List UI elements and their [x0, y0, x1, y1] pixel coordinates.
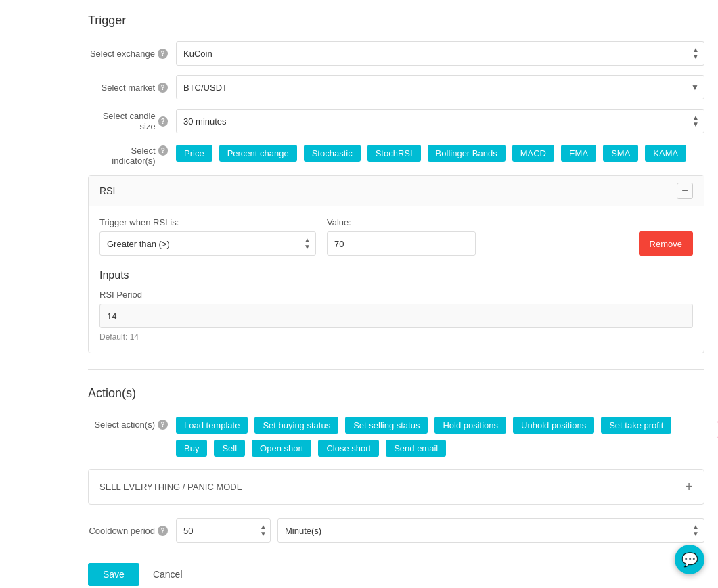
exchange-select[interactable]: KuCoin	[176, 41, 704, 66]
actions-label: Select action(s) ?	[88, 417, 176, 430]
cooldown-help-icon[interactable]: ?	[158, 526, 168, 536]
actions-row: Select action(s) ? Load template Set buy…	[88, 414, 704, 459]
rsi-header: RSI −	[89, 176, 704, 206]
action-buy-btn[interactable]: Buy	[176, 440, 207, 457]
rsi-condition-wrapper: Greater than (>) ▲▼	[99, 231, 316, 256]
action-hold-positions-btn[interactable]: Hold positions	[434, 417, 506, 434]
panic-mode-label: SELL EVERYTHING / PANIC MODE	[99, 482, 242, 492]
cooldown-label: Cooldown period ?	[88, 526, 176, 536]
action-close-short-btn[interactable]: Close short	[318, 440, 379, 457]
candle-help-icon[interactable]: ?	[158, 116, 168, 127]
candle-select-wrapper: 30 minutes ▲▼	[176, 109, 704, 133]
rsi-period-input[interactable]	[99, 304, 693, 328]
rsi-collapse-button[interactable]: −	[677, 183, 693, 199]
indicators-help-icon[interactable]: ?	[158, 145, 168, 156]
exchange-row: Select exchange ? KuCoin ▲▼	[88, 41, 704, 66]
action-buttons: Load template Set buying status Set sell…	[176, 417, 704, 459]
indicator-price-btn[interactable]: Price	[176, 145, 212, 162]
action-load-template-btn[interactable]: Load template	[176, 417, 248, 434]
trigger-title: Trigger	[88, 14, 704, 28]
indicator-stochrsi-btn[interactable]: StochRSI	[367, 145, 421, 162]
market-label: Select market ?	[88, 83, 176, 93]
indicator-bollinger-btn[interactable]: Bollinger Bands	[428, 145, 506, 162]
indicator-percent-change-btn[interactable]: Percent change	[219, 145, 297, 162]
rsi-condition-select[interactable]: Greater than (>)	[99, 231, 316, 256]
exchange-label: Select exchange ?	[88, 49, 176, 59]
rsi-title: RSI	[99, 185, 115, 196]
candle-label: Select candle size ?	[88, 111, 176, 131]
indicator-sma-btn[interactable]: SMA	[603, 145, 638, 162]
cooldown-number-wrapper: ▲▼	[176, 518, 271, 543]
cooldown-unit-select[interactable]: Minute(s)	[277, 518, 704, 543]
chat-bubble-button[interactable]: 💬	[675, 545, 704, 574]
panic-mode-add-icon[interactable]: +	[685, 479, 693, 495]
rsi-period-default: Default: 14	[99, 332, 693, 342]
candle-row: Select candle size ? 30 minutes ▲▼	[88, 109, 704, 133]
cooldown-unit-wrapper: Minute(s) ▲▼	[277, 518, 704, 543]
rsi-inputs-title: Inputs	[99, 269, 693, 281]
panic-mode-row: SELL EVERYTHING / PANIC MODE +	[88, 469, 704, 505]
market-row: Select market ? BTC/USDT ▼	[88, 75, 704, 99]
action-set-take-profit-btn[interactable]: Set take profit	[601, 417, 671, 434]
rsi-value-field: Value:	[327, 217, 476, 256]
cooldown-number-input[interactable]	[176, 518, 271, 543]
chat-bubble-icon: 💬	[681, 551, 698, 568]
rsi-value-input[interactable]	[327, 231, 476, 256]
rsi-inputs-section: Inputs RSI Period Default: 14	[99, 269, 693, 342]
indicator-ema-btn[interactable]: EMA	[561, 145, 596, 162]
rsi-condition-label: Trigger when RSI is:	[99, 217, 316, 227]
action-send-email-btn[interactable]: Send email	[386, 440, 446, 457]
indicators-row: Select indicator(s) ? Price Percent chan…	[88, 143, 704, 166]
save-button[interactable]: Save	[88, 563, 139, 586]
indicator-macd-btn[interactable]: MACD	[512, 145, 554, 162]
rsi-period-label: RSI Period	[99, 290, 693, 300]
candle-select[interactable]: 30 minutes	[176, 109, 704, 133]
market-select[interactable]: BTC/USDT	[176, 75, 704, 99]
actions-help-icon[interactable]: ?	[158, 420, 168, 430]
rsi-condition-field: Trigger when RSI is: Greater than (>) ▲▼	[99, 217, 316, 256]
rsi-card: RSI − Trigger when RSI is: Greater than …	[88, 175, 704, 353]
action-set-buying-btn[interactable]: Set buying status	[254, 417, 338, 434]
rsi-trigger-row: Trigger when RSI is: Greater than (>) ▲▼…	[99, 217, 693, 256]
cancel-button[interactable]: Cancel	[146, 563, 189, 586]
market-select-wrapper: BTC/USDT ▼	[176, 75, 704, 99]
action-set-selling-btn[interactable]: Set selling status	[345, 417, 428, 434]
section-divider	[88, 369, 704, 370]
indicator-kama-btn[interactable]: KAMA	[645, 145, 686, 162]
actions-title: Action(s)	[88, 386, 704, 401]
indicators-buttons: Price Percent change Stochastic StochRSI…	[176, 145, 704, 164]
indicators-label: Select indicator(s) ?	[88, 143, 176, 166]
market-help-icon[interactable]: ?	[158, 83, 168, 93]
cooldown-row: Cooldown period ? ▲▼ Minute(s) ▲▼	[88, 518, 704, 543]
action-unhold-positions-btn[interactable]: Unhold positions	[513, 417, 594, 434]
rsi-body: Trigger when RSI is: Greater than (>) ▲▼…	[89, 206, 704, 353]
action-sell-btn[interactable]: Sell	[214, 440, 245, 457]
action-open-short-btn[interactable]: Open short	[252, 440, 311, 457]
rsi-value-label: Value:	[327, 217, 476, 227]
footer-row: Save Cancel	[88, 563, 704, 586]
exchange-help-icon[interactable]: ?	[158, 49, 168, 59]
indicator-stochastic-btn[interactable]: Stochastic	[304, 145, 361, 162]
exchange-select-wrapper: KuCoin ▲▼	[176, 41, 704, 66]
rsi-remove-button[interactable]: Remove	[639, 231, 693, 256]
